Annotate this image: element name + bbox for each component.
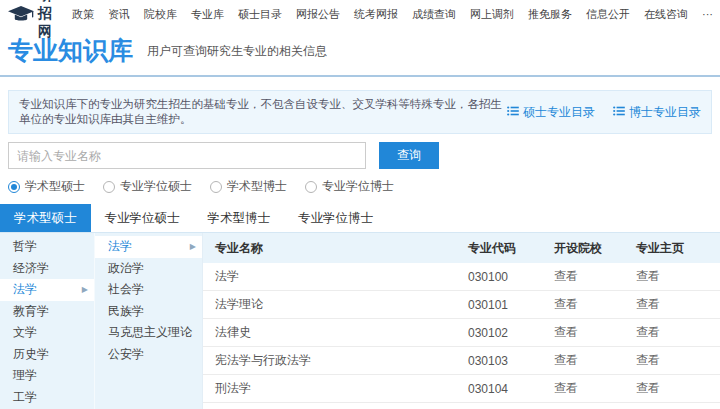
view-colleges-link[interactable]: 查看 [554,353,578,367]
catalog-link-label: 硕士专业目录 [523,104,595,121]
category-label: 历史学 [13,344,49,366]
nav-item[interactable]: 信息公开 [579,7,637,22]
category-label: 民族学 [108,301,144,323]
radio-option[interactable]: 学术型博士 [210,178,287,195]
nav-item[interactable]: 统考网报 [347,7,405,22]
catalog-link-label: 博士专业目录 [629,104,701,121]
nav-item[interactable]: 在线咨询 [637,7,695,22]
tab[interactable]: 专业学位硕士 [91,204,194,232]
category-item[interactable]: 法学▶ [95,236,202,258]
major-code: 030104 [468,382,554,396]
chevron-right-icon: ▶ [190,236,196,258]
page-subtitle: 用户可查询研究生专业的相关信息 [147,43,327,63]
nav-item[interactable]: 专业库 [184,7,231,22]
notice-text: 专业知识库下的专业为研究生招生的基础专业，不包含自设专业、交叉学科等特殊专业，各… [19,97,507,127]
nav-item[interactable]: 成绩查询 [405,7,463,22]
search-button[interactable]: 查询 [379,142,439,169]
category-item[interactable]: 公安学▶ [95,344,202,366]
category-item[interactable]: 历史学▶ [0,344,94,366]
table-header-row: 专业名称 专业代码 开设院校 专业主页 [203,233,720,263]
major-name: 刑法学 [203,380,468,397]
category-item[interactable]: 民族学▶ [95,301,202,323]
major-name: 法学 [203,268,468,285]
view-homepage-link[interactable]: 查看 [636,381,660,395]
view-homepage-link[interactable]: 查看 [636,297,660,311]
category-item[interactable]: 文学▶ [0,322,94,344]
view-homepage-link[interactable]: 查看 [636,269,660,283]
radio-label: 学术型硕士 [25,178,85,195]
top-nav: 研招网 政策资讯院校库专业库硕士目录网报公告统考网报成绩查询网上调剂推免服务信息… [0,0,720,28]
category-item[interactable]: 法学▶ [0,279,94,301]
view-homepage-link[interactable]: 查看 [636,353,660,367]
category-item[interactable]: 理学▶ [0,365,94,387]
view-colleges-link[interactable]: 查看 [554,269,578,283]
major-code: 030101 [468,298,554,312]
nav-menu: 政策资讯院校库专业库硕士目录网报公告统考网报成绩查询网上调剂推免服务信息公开在线… [65,7,720,22]
category-item[interactable]: 经济学▶ [0,258,94,280]
view-colleges-link[interactable]: 查看 [554,297,578,311]
page-title: 专业知识库 [8,38,133,63]
category-label: 经济学 [13,258,49,280]
tab[interactable]: 学术型博士 [194,204,285,232]
table-row: 宪法学与行政法学 030103 查看 查看 [203,347,720,375]
category-list-level1: 哲学▶经济学▶法学▶教育学▶文学▶历史学▶理学▶工学▶农学▶ [0,233,95,409]
nav-item[interactable]: 政策 [65,7,101,22]
radio-dot [305,181,317,193]
category-label: 工学 [13,387,37,409]
catalog-link[interactable]: 硕士专业目录 [507,104,595,121]
category-label: 理学 [13,365,37,387]
category-item[interactable]: 工学▶ [0,387,94,409]
nav-item[interactable]: 硕士目录 [231,7,289,22]
nav-item[interactable]: 网报公告 [289,7,347,22]
table-body: 法学 030100 查看 查看 法学理论 030101 查看 查看 法律史 03… [203,263,720,409]
nav-item[interactable]: 网上调剂 [463,7,521,22]
radio-label: 学术型博士 [227,178,287,195]
radio-option[interactable]: 专业学位博士 [305,178,394,195]
nav-item[interactable]: ··· [695,8,720,20]
col-header-major-name: 专业名称 [203,240,468,257]
nav-item[interactable]: 推免服务 [521,7,579,22]
major-name: 法学理论 [203,296,468,313]
nav-item[interactable]: 院校库 [137,7,184,22]
page-header: 专业知识库 用户可查询研究生专业的相关信息 [0,28,720,77]
degree-type-radios: 学术型硕士专业学位硕士学术型博士专业学位博士 [8,178,712,195]
logo-text: 研招网 [38,0,53,41]
view-colleges-link[interactable]: 查看 [554,381,578,395]
major-code: 030102 [468,326,554,340]
content: 哲学▶经济学▶法学▶教育学▶文学▶历史学▶理学▶工学▶农学▶ 法学▶政治学▶社会… [0,233,720,409]
notice-bar: 专业知识库下的专业为研究生招生的基础专业，不包含自设专业、交叉学科等特殊专业，各… [8,90,712,134]
table-row: 民商法学 030105 查看 查看 [203,403,720,409]
col-header-homepage: 专业主页 [636,240,720,257]
search-input[interactable] [8,142,366,169]
major-code: 030100 [468,270,554,284]
degree-tabs: 学术型硕士专业学位硕士学术型博士专业学位博士 [0,205,720,233]
view-colleges-link[interactable]: 查看 [554,325,578,339]
catalog-link[interactable]: 博士专业目录 [613,104,701,121]
site-logo[interactable]: 研招网 [8,0,53,41]
col-header-colleges: 开设院校 [554,240,636,257]
category-item[interactable]: 社会学▶ [95,279,202,301]
radio-option[interactable]: 专业学位硕士 [103,178,192,195]
table-row: 法学理论 030101 查看 查看 [203,291,720,319]
list-icon [507,105,519,119]
category-item[interactable]: 政治学▶ [95,258,202,280]
page: 研招网 政策资讯院校库专业库硕士目录网报公告统考网报成绩查询网上调剂推免服务信息… [0,0,720,409]
tab[interactable]: 专业学位博士 [284,204,387,232]
category-item[interactable]: 教育学▶ [0,301,94,323]
category-label: 法学 [108,236,132,258]
category-label: 马克思主义理论 [108,322,192,344]
category-list-level2: 法学▶政治学▶社会学▶民族学▶马克思主义理论▶公安学▶ [95,233,202,409]
nav-item[interactable]: 资讯 [101,7,137,22]
major-code: 030103 [468,354,554,368]
category-label: 教育学 [13,301,49,323]
tab[interactable]: 学术型硕士 [0,204,91,232]
category-item[interactable]: 哲学▶ [0,236,94,258]
radio-option[interactable]: 学术型硕士 [8,178,85,195]
catalog-links: 硕士专业目录博士专业目录 [507,104,701,121]
category-label: 文学 [13,322,37,344]
radio-dot [8,181,20,193]
category-item[interactable]: 马克思主义理论▶ [95,322,202,344]
search-row: 查询 [8,142,712,169]
view-homepage-link[interactable]: 查看 [636,325,660,339]
table-row: 刑法学 030104 查看 查看 [203,375,720,403]
